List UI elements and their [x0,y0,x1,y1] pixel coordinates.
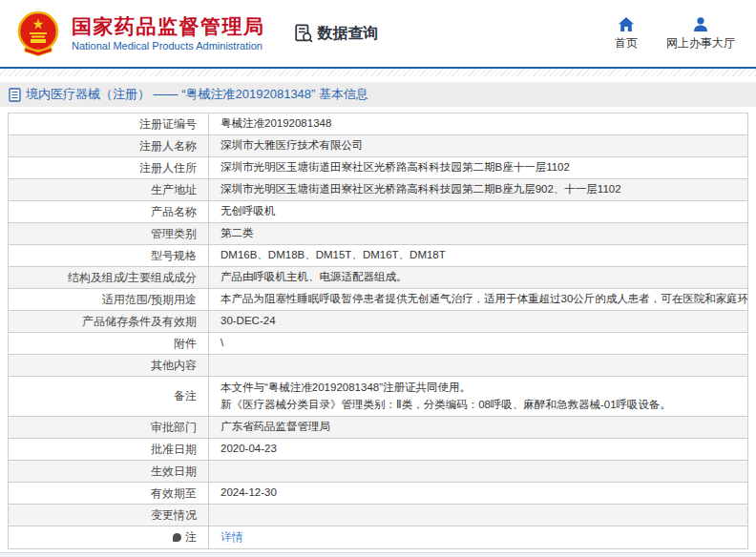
data-query-icon [294,24,313,43]
table-row: 结构及组成/主要组成成分产品由呼吸机主机、电源适配器组成。 [9,267,747,289]
row-label: 有效期至 [151,485,197,502]
table-row: 型号规格DM16B、DM18B、DM15T、DM16T、DM18T [9,245,747,267]
nav-service-hall[interactable]: 网上办事大厅 [666,16,735,52]
nmpa-registration-page: 国家药品监督管理局 National Medical Products Admi… [0,0,756,549]
row-label: 管理类别 [151,226,197,242]
table-row: 生效日期 [9,461,747,483]
row-label: 备注 [174,388,197,404]
row-label: 审批部门 [151,420,197,436]
table-row: 适用范围/预期用途本产品为阻塞性睡眠呼吸暂停患者提供无创通气治疗，适用于体重超过… [9,289,747,311]
row-value: 深圳市光明区玉塘街道田寮社区光桥路高科科技园第二期B座九层902、十一层1102 [220,181,747,198]
table-row: 批准日期2020-04-23 [9,439,747,461]
document-icon [9,88,21,102]
table-row: 有效期至2024-12-30 [9,483,747,505]
row-label: 生产地址 [151,182,197,198]
note-icon [173,533,181,542]
row-value: 2020-04-23 [220,441,747,458]
footer-strip [0,552,756,557]
table-row: 变更情况 [9,505,747,526]
row-value-line2: 新《医疗器械分类目录》管理类别：Ⅱ类，分类编码：08呼吸、麻醉和急救器械-01呼… [220,397,747,414]
top-nav: 首页 网上办事大厅 [615,16,743,52]
hatch-strip [0,69,756,76]
row-label: 结构及组成/主要组成成分 [68,270,197,286]
row-value: 产品由呼吸机主机、电源适配器组成。 [220,269,747,286]
row-value: 本文件与“粤械注准20192081348”注册证共同使用。 [220,380,747,397]
row-label: 产品名称 [151,204,197,220]
table-row: 注详情 [9,526,747,548]
brand-text: 国家药品监督管理局 National Medical Products Admi… [72,15,265,52]
row-label: 注册证编号 [139,116,197,133]
row-value: 本产品为阻塞性睡眠呼吸暂停患者提供无创通气治疗，适用于体重超过30公斤的成人患者… [220,291,747,308]
row-value: 深圳市大雅医疗技术有限公司 [220,137,747,155]
user-icon [692,16,709,32]
breadcrumb-text: 境内医疗器械（注册） —— “粤械注准20192081348” 基本信息 [26,86,368,103]
row-label: 变更情况 [151,507,197,524]
nav-service-hall-label: 网上办事大厅 [666,35,735,52]
table-row: 附件\ [9,333,747,355]
breadcrumb: 境内医疗器械（注册） —— “粤械注准20192081348” 基本信息 [0,82,756,107]
row-label: 生效日期 [151,464,197,480]
home-icon [618,16,635,32]
row-value: DM16B、DM18B、DM15T、DM16T、DM18T [220,247,747,264]
row-label: 批准日期 [151,442,197,458]
row-label: 其他内容 [151,358,197,374]
table-row: 其他内容 [9,355,747,377]
row-label: 附件 [174,336,197,352]
row-label: 型号规格 [151,248,197,264]
national-emblem-logo [13,9,63,58]
table-row: 审批部门广东省药品监督管理局 [9,417,747,439]
row-label: 产品储存条件及有效期 [82,314,197,330]
row-value: 深圳市光明区玉塘街道田寮社区光桥路高科科技园第二期B座十一层1102 [220,159,747,176]
brand: 国家药品监督管理局 National Medical Products Admi… [13,9,265,58]
table-row: 生产地址深圳市光明区玉塘街道田寮社区光桥路高科科技园第二期B座九层902、十一层… [9,179,747,201]
row-label: 注册人住所 [139,160,197,176]
detail-link[interactable]: 详情 [220,528,747,547]
table-row: 注册证编号粤械注准20192081348 [9,113,747,135]
header: 国家药品监督管理局 National Medical Products Admi… [0,0,756,67]
row-value: 2024-12-30 [220,485,747,502]
row-value: 粤械注准20192081348 [220,115,747,133]
table-row: 注册人住所深圳市光明区玉塘街道田寮社区光桥路高科科技园第二期B座十一层1102 [9,157,747,179]
table-row: 产品储存条件及有效期30-DEC-24 [9,311,747,333]
site-subtitle: National Medical Products Administration [72,40,265,52]
table-row: 注册人名称深圳市大雅医疗技术有限公司 [9,135,747,157]
row-value: \ [220,335,747,352]
table-row: 备注本文件与“粤械注准20192081348”注册证共同使用。新《医疗器械分类目… [9,377,747,417]
info-table: 注册证编号粤械注准20192081348注册人名称深圳市大雅医疗技术有限公司注册… [8,113,748,549]
nav-home-label: 首页 [615,35,638,52]
data-query-heading: 数据查询 [294,24,379,44]
row-label: 注 [185,529,197,546]
table-row: 产品名称无创呼吸机 [9,201,747,223]
data-query-label: 数据查询 [318,24,379,44]
row-label: 注册人名称 [139,138,197,155]
table-row: 管理类别第二类 [9,223,747,245]
row-value: 30-DEC-24 [220,313,747,330]
row-value: 第二类 [220,225,747,242]
row-label: 适用范围/预期用途 [102,292,197,308]
row-value: 无创呼吸机 [220,203,747,220]
site-title: 国家药品监督管理局 [72,15,265,37]
row-value: 广东省药品监督管理局 [220,419,747,436]
nav-home[interactable]: 首页 [615,16,638,52]
